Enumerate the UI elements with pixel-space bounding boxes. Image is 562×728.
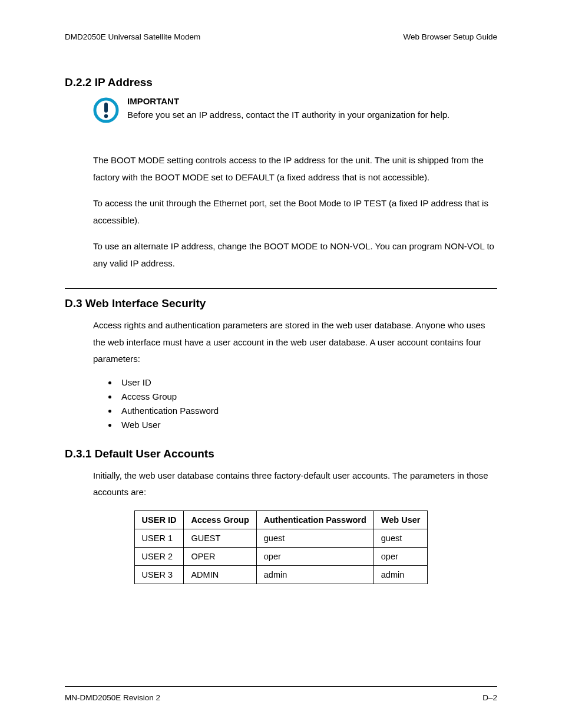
list-item: Authentication Password — [118, 406, 497, 416]
cell: GUEST — [184, 529, 256, 547]
d22-body: The BOOT MODE setting controls access to… — [93, 152, 497, 272]
important-callout: IMPORTANT Before you set an IP address, … — [93, 96, 497, 125]
cell: oper — [373, 547, 428, 565]
footer-right: D–2 — [482, 693, 497, 702]
cell: USER 3 — [134, 565, 184, 584]
svg-point-2 — [104, 114, 108, 118]
page-header: DMD2050E Universal Satellite Modem Web B… — [65, 32, 497, 44]
table-header-row: USER ID Access Group Authentication Pass… — [134, 510, 428, 529]
cell: ADMIN — [184, 565, 256, 584]
cell: guest — [256, 529, 373, 547]
th-userid: USER ID — [134, 510, 184, 529]
d31-p1: Initially, the web user database contain… — [93, 467, 497, 501]
d3-body: Access rights and authentication paramet… — [93, 317, 497, 368]
page-footer: MN-DMD2050E Revision 2 D–2 — [65, 693, 497, 702]
d22-p2: To access the unit through the Ethernet … — [93, 195, 497, 229]
table-row: USER 1 GUEST guest guest — [134, 529, 428, 547]
list-item: Web User — [118, 420, 497, 430]
page: DMD2050E Universal Satellite Modem Web B… — [0, 0, 562, 728]
d3-bullet-list: User ID Access Group Authentication Pass… — [93, 377, 497, 430]
important-body: Before you set an IP address, contact th… — [127, 110, 449, 120]
heading-d31: D.3.1 Default User Accounts — [65, 447, 497, 460]
cell: OPER — [184, 547, 256, 565]
table-row: USER 3 ADMIN admin admin — [134, 565, 428, 584]
footer-divider — [65, 686, 497, 687]
section-divider — [65, 288, 497, 289]
heading-d22: D.2.2 IP Address — [65, 76, 497, 89]
cell: USER 2 — [134, 547, 184, 565]
list-item: Access Group — [118, 391, 497, 401]
footer-left: MN-DMD2050E Revision 2 — [65, 693, 160, 702]
th-auth-password: Authentication Password — [256, 510, 373, 529]
cell: oper — [256, 547, 373, 565]
d3-p1: Access rights and authentication paramet… — [93, 317, 497, 368]
header-right: Web Browser Setup Guide — [403, 32, 497, 41]
table-row: USER 2 OPER oper oper — [134, 547, 428, 565]
important-text-block: IMPORTANT Before you set an IP address, … — [127, 96, 449, 120]
heading-d3: D.3 Web Interface Security — [65, 297, 497, 310]
th-web-user: Web User — [373, 510, 428, 529]
th-access-group: Access Group — [184, 510, 256, 529]
svg-rect-1 — [104, 103, 108, 113]
important-label: IMPORTANT — [127, 96, 449, 106]
cell: admin — [256, 565, 373, 584]
list-item: User ID — [118, 377, 497, 387]
accounts-table: USER ID Access Group Authentication Pass… — [134, 510, 428, 584]
d22-p3: To use an alternate IP address, change t… — [93, 238, 497, 272]
cell: guest — [373, 529, 428, 547]
important-icon — [93, 97, 119, 125]
cell: admin — [373, 565, 428, 584]
d22-p1: The BOOT MODE setting controls access to… — [93, 152, 497, 186]
cell: USER 1 — [134, 529, 184, 547]
header-left: DMD2050E Universal Satellite Modem — [65, 32, 200, 41]
d31-body: Initially, the web user database contain… — [93, 467, 497, 501]
